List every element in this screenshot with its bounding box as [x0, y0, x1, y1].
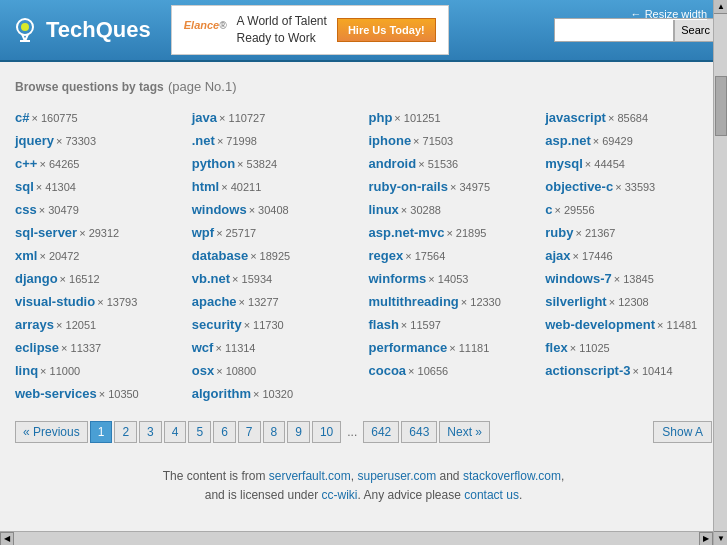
- page-10-button[interactable]: 10: [312, 421, 341, 443]
- tag-link[interactable]: css: [15, 202, 37, 217]
- tag-link[interactable]: sql: [15, 179, 34, 194]
- tag-link[interactable]: java: [192, 110, 217, 125]
- tag-link[interactable]: flash: [369, 317, 399, 332]
- show-all-button[interactable]: Show A: [653, 421, 712, 443]
- page-8-button[interactable]: 8: [263, 421, 286, 443]
- tag-count: × 29556: [554, 204, 594, 216]
- tag-item: asp.net× 69429: [545, 131, 712, 150]
- tag-link[interactable]: web-services: [15, 386, 97, 401]
- tag-link[interactable]: winforms: [369, 271, 427, 286]
- tag-link[interactable]: ruby-on-rails: [369, 179, 448, 194]
- tag-link[interactable]: performance: [369, 340, 448, 355]
- tag-link[interactable]: osx: [192, 363, 214, 378]
- page-2-button[interactable]: 2: [114, 421, 137, 443]
- tag-link[interactable]: javascript: [545, 110, 606, 125]
- tag-link[interactable]: jquery: [15, 133, 54, 148]
- tag-link[interactable]: django: [15, 271, 58, 286]
- page-6-button[interactable]: 6: [213, 421, 236, 443]
- tag-link[interactable]: arrays: [15, 317, 54, 332]
- tag-link[interactable]: objective-c: [545, 179, 613, 194]
- tag-item: sql-server× 29312: [15, 223, 182, 242]
- tag-link[interactable]: ruby: [545, 225, 573, 240]
- tag-count: × 10656: [408, 365, 448, 377]
- tag-link[interactable]: cocoa: [369, 363, 407, 378]
- pagination-ellipsis: ...: [343, 422, 361, 442]
- scroll-down-button[interactable]: ▼: [714, 531, 727, 542]
- tag-link[interactable]: vb.net: [192, 271, 230, 286]
- tag-link[interactable]: c#: [15, 110, 29, 125]
- page-1-button[interactable]: 1: [90, 421, 113, 443]
- tag-link[interactable]: multithreading: [369, 294, 459, 309]
- scrollbar-right[interactable]: ▲ ▼: [713, 0, 727, 542]
- tag-count: × 25717: [216, 227, 256, 239]
- tag-link[interactable]: html: [192, 179, 219, 194]
- next-page-button[interactable]: Next »: [439, 421, 490, 443]
- tag-link[interactable]: database: [192, 248, 248, 263]
- ccwiki-link[interactable]: cc-wiki: [321, 488, 357, 502]
- tag-link[interactable]: regex: [369, 248, 404, 263]
- tag-link[interactable]: linq: [15, 363, 38, 378]
- page-3-button[interactable]: 3: [139, 421, 162, 443]
- tag-link[interactable]: php: [369, 110, 393, 125]
- tag-link[interactable]: c++: [15, 156, 37, 171]
- tag-count: × 101251: [394, 112, 440, 124]
- bottom-scrollbar[interactable]: ◀ ▶: [0, 531, 713, 542]
- tag-link[interactable]: python: [192, 156, 235, 171]
- tag-link[interactable]: silverlight: [545, 294, 606, 309]
- tag-link[interactable]: security: [192, 317, 242, 332]
- tag-item: python× 53824: [192, 154, 359, 173]
- tag-link[interactable]: wpf: [192, 225, 214, 240]
- tag-link[interactable]: linux: [369, 202, 399, 217]
- tag-link[interactable]: ajax: [545, 248, 570, 263]
- contact-link[interactable]: contact us: [464, 488, 519, 502]
- tag-link[interactable]: xml: [15, 248, 37, 263]
- stackoverflow-link[interactable]: stackoverflow.com: [463, 469, 561, 483]
- page-9-button[interactable]: 9: [287, 421, 310, 443]
- tag-link[interactable]: iphone: [369, 133, 412, 148]
- tag-link[interactable]: windows: [192, 202, 247, 217]
- search-input[interactable]: [554, 18, 674, 42]
- ad-hire-button[interactable]: Hire Us Today!: [337, 18, 436, 42]
- logo[interactable]: TechQues: [10, 15, 151, 45]
- page-5-button[interactable]: 5: [188, 421, 211, 443]
- tag-link[interactable]: android: [369, 156, 417, 171]
- resize-width-button[interactable]: ← Resize width: [631, 8, 707, 20]
- tag-item: linq× 11000: [15, 361, 182, 380]
- tag-link[interactable]: algorithm: [192, 386, 251, 401]
- tag-count: × 10800: [216, 365, 256, 377]
- tag-link[interactable]: sql-server: [15, 225, 77, 240]
- tag-link[interactable]: eclipse: [15, 340, 59, 355]
- tag-link[interactable]: wcf: [192, 340, 214, 355]
- superuser-link[interactable]: superuser.com: [357, 469, 436, 483]
- tag-link[interactable]: windows-7: [545, 271, 611, 286]
- tag-link[interactable]: web-development: [545, 317, 655, 332]
- tag-link[interactable]: actionscript-3: [545, 363, 630, 378]
- tag-item: database× 18925: [192, 246, 359, 265]
- tag-count: × 10350: [99, 388, 139, 400]
- serverfault-link[interactable]: serverfault.com: [269, 469, 351, 483]
- tag-item: iphone× 71503: [369, 131, 536, 150]
- tag-link[interactable]: visual-studio: [15, 294, 95, 309]
- tag-item: asp.net-mvc× 21895: [369, 223, 536, 242]
- tag-item: php× 101251: [369, 108, 536, 127]
- scroll-left-button[interactable]: ◀: [0, 532, 14, 543]
- tag-item: flex× 11025: [545, 338, 712, 357]
- prev-page-button[interactable]: « Previous: [15, 421, 88, 443]
- logo-text: TechQues: [46, 17, 151, 43]
- tags-grid: c#× 160775java× 110727php× 101251javascr…: [15, 108, 712, 403]
- tag-link[interactable]: .net: [192, 133, 215, 148]
- page-7-button[interactable]: 7: [238, 421, 261, 443]
- scrollbar-thumb[interactable]: [715, 76, 727, 136]
- scroll-up-button[interactable]: ▲: [714, 0, 727, 14]
- tag-link[interactable]: asp.net: [545, 133, 591, 148]
- tag-link[interactable]: apache: [192, 294, 237, 309]
- tag-link[interactable]: c: [545, 202, 552, 217]
- search-button[interactable]: Searc: [674, 18, 717, 42]
- page-643-button[interactable]: 643: [401, 421, 437, 443]
- scroll-right-button[interactable]: ▶: [699, 532, 713, 543]
- tag-link[interactable]: flex: [545, 340, 567, 355]
- page-642-button[interactable]: 642: [363, 421, 399, 443]
- tag-link[interactable]: mysql: [545, 156, 583, 171]
- page-4-button[interactable]: 4: [164, 421, 187, 443]
- tag-link[interactable]: asp.net-mvc: [369, 225, 445, 240]
